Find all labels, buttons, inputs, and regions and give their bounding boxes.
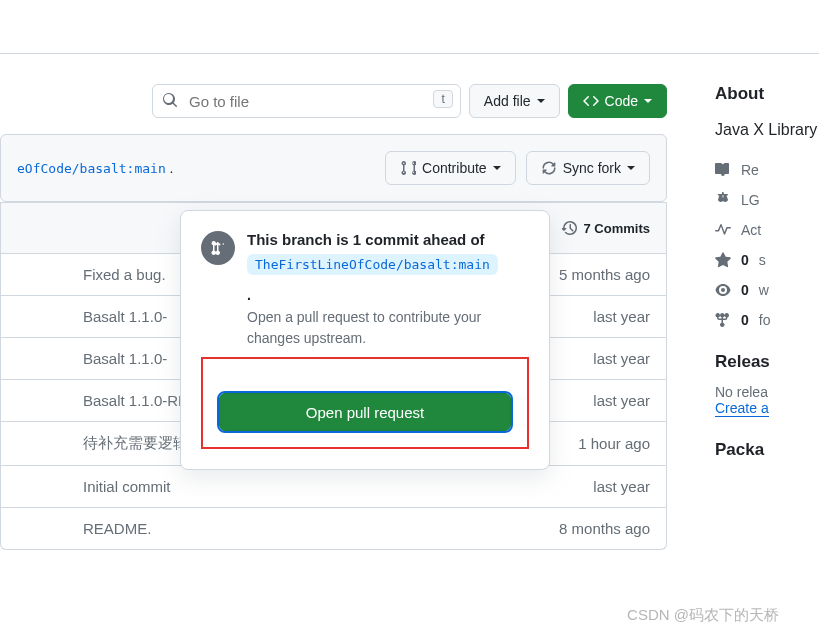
popover-description: Open a pull request to contribute your c…: [247, 307, 529, 349]
popover-dot: .: [247, 287, 529, 303]
pull-request-circle-icon: [201, 231, 235, 265]
popover-branch-ref[interactable]: TheFirstLineOfCode/basalt:main: [247, 254, 498, 275]
commits-count: 7 Commits: [584, 221, 650, 236]
commit-time: 1 hour ago: [578, 435, 650, 452]
sync-fork-label: Sync fork: [563, 160, 621, 176]
commit-message: Initial commit: [17, 478, 593, 495]
readme-link[interactable]: Re: [715, 162, 819, 178]
activity-link[interactable]: Act: [715, 222, 819, 238]
law-icon: [715, 192, 731, 208]
eye-icon: [715, 282, 731, 298]
open-pull-request-button[interactable]: Open pull request: [219, 393, 511, 431]
commit-time: 5 months ago: [559, 266, 650, 283]
add-file-label: Add file: [484, 93, 531, 109]
git-pull-request-icon: [210, 240, 226, 256]
commit-time: last year: [593, 308, 650, 325]
star-icon: [715, 252, 731, 268]
commit-time: last year: [593, 350, 650, 367]
table-row[interactable]: Initial commitlast year: [1, 466, 666, 508]
create-release-link[interactable]: Create a: [715, 400, 769, 417]
releases-heading: Releas: [715, 352, 819, 372]
sync-icon: [541, 160, 557, 176]
watermark: CSDN @码农下的天桥: [627, 606, 779, 625]
forks-count[interactable]: 0fo: [715, 312, 819, 328]
chevron-down-icon: [493, 166, 501, 170]
contribute-popover: This branch is 1 commit ahead of TheFirs…: [180, 210, 550, 470]
commit-message: README.: [17, 520, 559, 537]
annotation-highlight: Open pull request: [201, 357, 529, 449]
book-icon: [715, 162, 731, 178]
kbd-shortcut: t: [433, 90, 452, 108]
commit-time: last year: [593, 392, 650, 409]
add-file-button[interactable]: Add file: [469, 84, 560, 118]
watching-count[interactable]: 0w: [715, 282, 819, 298]
commit-time: last year: [593, 478, 650, 495]
pulse-icon: [715, 222, 731, 238]
branch-ref[interactable]: eOfCode/basalt:main: [17, 161, 166, 176]
contribute-label: Contribute: [422, 160, 487, 176]
commits-link[interactable]: 7 Commits: [562, 220, 650, 236]
packages-heading: Packa: [715, 440, 819, 460]
about-description: Java X Library: [715, 118, 819, 142]
search-icon: [162, 92, 178, 111]
license-link[interactable]: LG: [715, 192, 819, 208]
code-label: Code: [605, 93, 638, 109]
git-pull-request-icon: [400, 160, 416, 176]
code-button[interactable]: Code: [568, 84, 667, 118]
branch-ref-dot: .: [170, 160, 174, 176]
chevron-down-icon: [644, 99, 652, 103]
code-icon: [583, 93, 599, 109]
go-to-file-search[interactable]: t: [152, 84, 461, 118]
contribute-button[interactable]: Contribute: [385, 151, 516, 185]
no-releases-text: No relea: [715, 384, 819, 400]
history-icon: [562, 220, 578, 236]
sync-fork-button[interactable]: Sync fork: [526, 151, 650, 185]
chevron-down-icon: [627, 166, 635, 170]
commit-time: 8 months ago: [559, 520, 650, 537]
popover-title: This branch is 1 commit ahead of: [247, 231, 529, 248]
chevron-down-icon: [537, 99, 545, 103]
repo-forked-icon: [715, 312, 731, 328]
search-input[interactable]: [152, 84, 461, 118]
about-heading: About: [715, 84, 819, 104]
sidebar-about: About Java X Library Re LG Act 0s 0w 0fo…: [699, 84, 819, 550]
stars-count[interactable]: 0s: [715, 252, 819, 268]
branch-compare-bar: eOfCode/basalt:main . Contribute Sync fo…: [0, 134, 667, 202]
table-row[interactable]: README.8 months ago: [1, 508, 666, 549]
